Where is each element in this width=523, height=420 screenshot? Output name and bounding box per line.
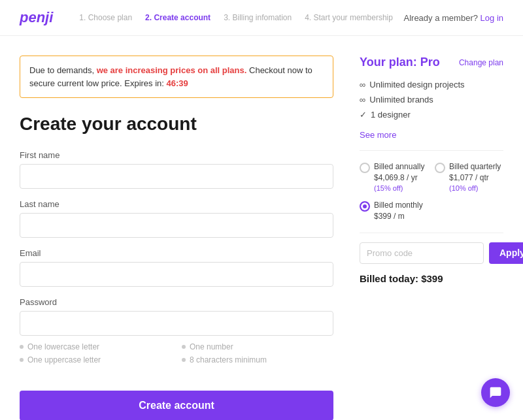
- promo-input[interactable]: [360, 242, 484, 264]
- billing-quarterly-info: Billed quarterly $1,077 / qtr (10% off): [449, 161, 501, 193]
- email-group: Email: [20, 248, 333, 287]
- billed-today: Billed today: $399: [360, 273, 503, 284]
- radio-monthly[interactable]: [360, 201, 370, 212]
- billing-annually-label: Billed annually: [374, 161, 424, 172]
- password-hints: One lowercase letter One number One uppe…: [20, 342, 333, 364]
- change-plan-link[interactable]: Change plan: [459, 58, 503, 67]
- hint-dot: [20, 345, 24, 349]
- last-name-input[interactable]: [20, 213, 333, 238]
- promo-row: Apply: [360, 242, 503, 264]
- form-title: Create your account: [20, 114, 333, 135]
- last-name-label: Last name: [20, 199, 333, 209]
- password-label: Password: [20, 297, 333, 307]
- billing-monthly[interactable]: Billed monthly $399 / m: [360, 200, 503, 222]
- radio-annually[interactable]: [360, 163, 370, 173]
- plan-header: Your plan: Pro Change plan: [360, 56, 503, 69]
- feature-2-text: Unlimited brands: [369, 95, 433, 105]
- hint-chars: 8 characters minimum: [182, 355, 333, 364]
- hint-uppercase: One uppercase letter: [20, 355, 171, 364]
- hint-dot-4: [182, 358, 186, 362]
- password-group: Password One lowercase letter One number…: [20, 297, 333, 364]
- login-link[interactable]: Log in: [481, 13, 503, 23]
- hint-number: One number: [182, 342, 333, 351]
- plan-name: Pro: [420, 56, 440, 69]
- billing-quarterly[interactable]: Billed quarterly $1,077 / qtr (10% off): [435, 161, 503, 193]
- step-4: 4. Start your membership: [305, 13, 393, 22]
- email-label: Email: [20, 248, 333, 258]
- billing-monthly-label: Billed monthly: [374, 200, 423, 211]
- already-member-text: Already a member? Log in: [404, 13, 504, 23]
- email-input[interactable]: [20, 262, 333, 287]
- last-name-group: Last name: [20, 199, 333, 238]
- billing-annually-info: Billed annually $4,069.8 / yr (15% off): [374, 161, 424, 193]
- billing-annually[interactable]: Billed annually $4,069.8 / yr (15% off): [360, 161, 428, 193]
- billing-monthly-price: $399 / m: [374, 211, 423, 222]
- feature-3-text: 1 designer: [371, 110, 411, 120]
- hint-number-text: One number: [190, 342, 233, 351]
- chat-icon: [489, 386, 502, 399]
- plan-title: Your plan: Pro: [360, 56, 440, 69]
- billing-quarterly-discount: (10% off): [449, 184, 501, 193]
- first-name-input[interactable]: [20, 164, 333, 189]
- divider-1: [360, 150, 503, 151]
- billing-options: Billed annually $4,069.8 / yr (15% off) …: [360, 161, 503, 222]
- hint-uppercase-text: One uppercase letter: [27, 355, 101, 364]
- step-2: 2. Create account: [145, 13, 211, 22]
- billing-monthly-info: Billed monthly $399 / m: [374, 200, 423, 222]
- alert-highlight: we are increasing prices on all plans.: [97, 65, 247, 75]
- first-name-group: First name: [20, 150, 333, 189]
- alert-expires-label: Expires in:: [124, 78, 166, 88]
- see-more-link[interactable]: See more: [360, 130, 503, 140]
- alert-banner: Due to demands, we are increasing prices…: [20, 56, 333, 98]
- logo: penji: [20, 9, 53, 26]
- infinity-icon-2: ∞: [360, 95, 365, 105]
- infinity-icon-1: ∞: [360, 80, 365, 89]
- billing-quarterly-label: Billed quarterly: [449, 161, 501, 172]
- plan-title-label: Your plan:: [360, 56, 420, 69]
- billing-annually-price: $4,069.8 / yr: [374, 172, 424, 184]
- apply-button[interactable]: Apply: [489, 242, 523, 264]
- form-section: Due to demands, we are increasing prices…: [20, 56, 333, 420]
- first-name-label: First name: [20, 150, 333, 160]
- plan-panel: Your plan: Pro Change plan ∞ Unlimited d…: [360, 56, 503, 420]
- create-account-button[interactable]: Create account: [20, 391, 333, 420]
- alert-text-before: Due to demands,: [29, 65, 97, 75]
- steps: 1. Choose plan 2. Create account 3. Bill…: [79, 13, 403, 22]
- hint-chars-text: 8 characters minimum: [190, 355, 267, 364]
- header: penji 1. Choose plan 2. Create account 3…: [0, 0, 523, 36]
- radio-quarterly[interactable]: [435, 163, 445, 173]
- alert-timer: 46:39: [167, 78, 188, 88]
- chat-bubble[interactable]: [481, 378, 510, 407]
- feature-1: ∞ Unlimited design projects: [360, 80, 503, 89]
- feature-1-text: Unlimited design projects: [369, 80, 464, 89]
- billing-annually-discount: (15% off): [374, 184, 424, 193]
- check-icon: ✓: [360, 110, 367, 120]
- step-3: 3. Billing infomation: [224, 13, 292, 22]
- plan-features: ∞ Unlimited design projects ∞ Unlimited …: [360, 80, 503, 120]
- divider-2: [360, 233, 503, 233]
- password-input[interactable]: [20, 311, 333, 336]
- feature-3: ✓ 1 designer: [360, 110, 503, 120]
- step-1: 1. Choose plan: [79, 13, 132, 22]
- hint-dot-2: [182, 345, 186, 349]
- hint-lowercase: One lowercase letter: [20, 342, 171, 351]
- feature-2: ∞ Unlimited brands: [360, 95, 503, 105]
- main-content: Due to demands, we are increasing prices…: [0, 36, 523, 420]
- hint-dot-3: [20, 358, 24, 362]
- hint-lowercase-text: One lowercase letter: [27, 342, 99, 351]
- billing-quarterly-price: $1,077 / qtr: [449, 172, 501, 184]
